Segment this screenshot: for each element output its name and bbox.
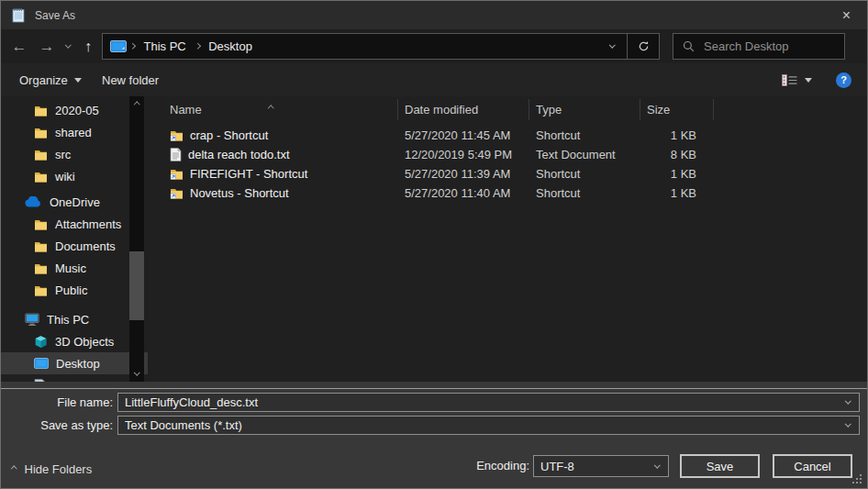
column-divider[interactable]: [640, 99, 640, 120]
sidebar-item-desktop[interactable]: Desktop: [1, 352, 148, 374]
sidebar-item-documents[interactable]: Documents: [1, 235, 148, 257]
sidebar-item-music[interactable]: Music: [1, 257, 148, 279]
file-row[interactable]: delta reach todo.txt12/20/2019 5:49 PMTe…: [148, 145, 867, 164]
sidebar-item-partial[interactable]: [1, 374, 148, 382]
resize-grip-icon[interactable]: [852, 474, 862, 484]
sidebar-item-src[interactable]: src: [1, 143, 148, 165]
file-name-combobox[interactable]: LittleFluffyCloud_desc.txt: [117, 393, 860, 412]
file-row[interactable]: FIREFIGHT - Shortcut5/27/2020 11:39 AMSh…: [148, 164, 867, 183]
up-button[interactable]: ↑: [76, 29, 100, 63]
column-header-name[interactable]: Name: [148, 96, 397, 123]
file-type: Text Document: [536, 148, 616, 161]
sidebar-item-onedrive[interactable]: OneDrive: [1, 191, 148, 213]
text-document-icon: [170, 148, 182, 161]
sidebar-item-3d-objects[interactable]: 3D Objects: [1, 330, 148, 352]
chevron-down-icon[interactable]: [654, 461, 660, 467]
back-button[interactable]: ←: [6, 29, 32, 63]
file-type: Shortcut: [536, 167, 580, 181]
column-divider[interactable]: [529, 99, 529, 120]
breadcrumb-chevron-icon: [130, 44, 135, 49]
file-row[interactable]: Novetus - Shortcut5/27/2020 11:40 AMShor…: [148, 183, 867, 203]
forward-arrow-icon: →: [39, 38, 55, 56]
toolbar-right-group: ?: [782, 63, 851, 96]
address-dropdown-button[interactable]: [597, 34, 627, 59]
file-name-label: File name:: [1, 393, 113, 412]
search-icon: [683, 40, 695, 52]
file-date-modified: 5/27/2020 11:45 AM: [405, 128, 510, 142]
views-dropdown-icon[interactable]: [805, 78, 812, 83]
chevron-down-icon: [65, 42, 71, 48]
new-folder-button[interactable]: New folder: [102, 63, 159, 96]
encoding-combobox[interactable]: UTF-8: [533, 455, 669, 477]
scrollbar-thumb[interactable]: [129, 251, 144, 320]
column-header-date-modified[interactable]: Date modified: [397, 96, 529, 123]
cube-icon: [34, 335, 48, 349]
footer-panel: File name: LittleFluffyCloud_desc.txt Sa…: [1, 382, 867, 489]
save-as-type-value[interactable]: Text Documents (*.txt): [118, 418, 846, 432]
sidebar-item-attachments[interactable]: Attachments: [1, 213, 148, 235]
desktop-icon: [34, 358, 49, 369]
sidebar-item-label: Desktop: [56, 357, 100, 371]
file-date-modified: 5/27/2020 11:40 AM: [405, 186, 510, 200]
scroll-down-icon[interactable]: [129, 367, 144, 380]
file-type: Shortcut: [536, 128, 580, 142]
column-header-type[interactable]: Type: [529, 96, 640, 123]
file-size: 8 KB: [671, 148, 696, 161]
sidebar-item-shared[interactable]: shared: [1, 121, 148, 143]
file-type: Shortcut: [536, 186, 580, 200]
file-name: crap - Shortcut: [190, 128, 268, 142]
chevron-up-icon: [11, 466, 17, 472]
file-name-value[interactable]: LittleFluffyCloud_desc.txt: [118, 395, 846, 409]
column-divider[interactable]: [713, 99, 714, 120]
file-name: delta reach todo.txt: [188, 148, 290, 161]
breadcrumb-desktop[interactable]: Desktop: [203, 39, 258, 53]
sidebar-item-this-pc[interactable]: This PC: [1, 308, 148, 330]
cancel-button[interactable]: Cancel: [773, 454, 852, 478]
this-pc-icon: [110, 40, 127, 52]
save-button[interactable]: Save: [680, 454, 760, 478]
encoding-label: Encoding:: [441, 455, 529, 477]
save-as-type-label: Save as type:: [1, 416, 113, 435]
recent-locations-button[interactable]: [60, 29, 76, 63]
scroll-up-icon[interactable]: [129, 98, 144, 111]
hide-folders-button[interactable]: Hide Folders: [12, 458, 92, 480]
folder-icon: [34, 105, 48, 117]
sidebar-item-wiki[interactable]: wiki: [1, 165, 148, 187]
organize-button[interactable]: Organize: [19, 63, 82, 96]
sidebar-item-label: 2020-05: [55, 104, 99, 117]
content-area: 2020-05sharedsrcwikiOneDriveAttachmentsD…: [1, 96, 867, 382]
folder-icon: [34, 127, 48, 139]
column-header-size[interactable]: Size: [640, 96, 713, 123]
close-button[interactable]: ×: [826, 1, 867, 29]
save-as-type-combobox[interactable]: Text Documents (*.txt): [117, 416, 860, 435]
folder-icon: [34, 171, 48, 183]
help-button[interactable]: ?: [836, 72, 851, 88]
folder-shortcut-icon: [170, 129, 184, 141]
folder-icon: [34, 284, 48, 296]
address-row: ← → ↑ This PC Desktop: [1, 29, 867, 63]
search-box[interactable]: [673, 33, 845, 60]
forward-button[interactable]: →: [34, 29, 60, 63]
folder-icon: [34, 218, 48, 230]
chevron-down-icon[interactable]: [845, 421, 851, 427]
sidebar-item-label: wiki: [55, 170, 75, 183]
pc-icon: [25, 313, 39, 326]
view-details-icon[interactable]: [782, 74, 797, 86]
chevron-down-icon[interactable]: [845, 398, 851, 404]
sidebar-scrollbar[interactable]: [129, 96, 144, 382]
title-bar[interactable]: Save As: [1, 1, 867, 29]
command-toolbar: Organize New folder ?: [1, 63, 867, 96]
sidebar-item-label: This PC: [47, 313, 89, 327]
breadcrumb-this-pc[interactable]: This PC: [139, 39, 192, 53]
refresh-button[interactable]: [628, 34, 659, 59]
sidebar-item-label: 3D Objects: [55, 335, 114, 349]
encoding-value[interactable]: UTF-8: [534, 460, 655, 473]
sidebar-item-2020-05[interactable]: 2020-05: [1, 99, 148, 121]
column-divider[interactable]: [397, 99, 398, 120]
organize-label: Organize: [19, 73, 68, 87]
search-input[interactable]: [702, 39, 844, 54]
address-bar[interactable]: This PC Desktop: [102, 33, 660, 60]
sidebar-item-public[interactable]: Public: [1, 279, 148, 301]
file-date-modified: 5/27/2020 11:39 AM: [405, 167, 510, 181]
file-row[interactable]: crap - Shortcut5/27/2020 11:45 AMShortcu…: [148, 126, 867, 145]
